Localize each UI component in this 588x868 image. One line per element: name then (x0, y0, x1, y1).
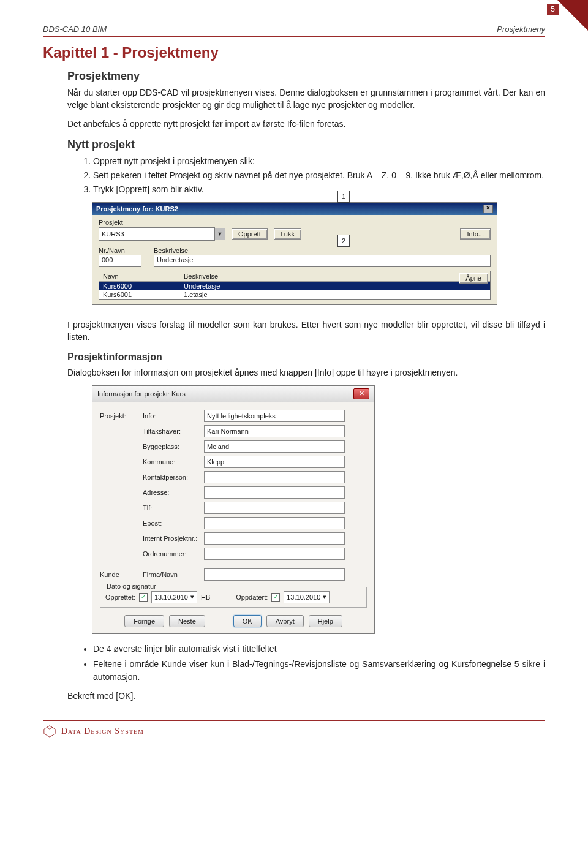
field-label: Kontaktperson: (143, 474, 204, 481)
avbryt-button[interactable]: Avbryt (266, 615, 304, 627)
field-label: Kommune: (143, 458, 204, 466)
section-prosjektinformasjon: Prosjektinformasjon (67, 352, 545, 363)
field-input[interactable]: Kari Normann (204, 425, 345, 437)
chevron-down-icon: ▾ (323, 593, 326, 601)
svg-marker-1 (47, 726, 52, 730)
chapter-title: Kapittel 1 - Prosjektmeny (43, 44, 545, 61)
page-number-corner: 5 (539, 0, 588, 25)
field-input[interactable]: Klepp (204, 456, 345, 468)
info-field-row: Adresse: (100, 486, 367, 499)
forrige-button[interactable]: Forrige (124, 615, 164, 627)
list-item: Opprett nytt prosjekt i prosjektmenyen s… (93, 155, 545, 168)
footer-brand: Data Design System (61, 726, 144, 736)
ok-button[interactable]: OK (233, 615, 262, 627)
oppdatert-label: Oppdatert: (236, 594, 268, 601)
model-list: Navn Beskrivelse Kurs6000 Underetasje Ku… (99, 271, 491, 300)
oppdatert-date[interactable]: 13.10.2010▾ (284, 591, 330, 603)
opprettet-date[interactable]: 13.10.2010▾ (151, 591, 197, 603)
group-title: Dato og signatur (104, 583, 159, 590)
col-navn: Navn (99, 271, 180, 281)
field-input[interactable] (204, 486, 345, 499)
beskrivelse-label: Beskrivelse (154, 247, 491, 254)
info-field-row: Prosjekt:Info:Nytt leilighetskompleks (100, 410, 367, 422)
field-label: Ordrenummer: (143, 550, 204, 557)
field-label: Tiltakshaver: (143, 428, 204, 435)
info-field-row: Tiltakshaver:Kari Normann (100, 425, 367, 437)
neste-button[interactable]: Neste (169, 615, 205, 627)
running-header: DDS-CAD 10 BIM Prosjektmeny (43, 25, 545, 37)
dds-logo-icon (43, 725, 56, 738)
nrnavn-label: Nr./Navn (99, 247, 141, 254)
field-input[interactable] (204, 548, 345, 560)
info-field-row: Kommune:Klepp (100, 456, 367, 468)
info-field-row: Byggeplass:Meland (100, 440, 367, 453)
field-input[interactable] (204, 517, 345, 529)
close-icon[interactable]: ✕ (353, 388, 369, 399)
dialog-title: Prosjektmeny for: KURS2 (96, 205, 178, 213)
kunde-section-label: Kunde (100, 571, 143, 578)
list-item: Feltene i område Kunde viser kun i Blad-… (93, 658, 545, 684)
info-field-row: Epost: (100, 517, 367, 529)
firma-label: Firma/Navn (143, 571, 204, 578)
beskrivelse-input[interactable]: Underetasje (154, 255, 491, 267)
numbered-list: Opprett nytt prosjekt i prosjektmenyen s… (80, 155, 545, 196)
prosjekt-label: Prosjekt (99, 219, 491, 226)
callout-2: 2 (337, 235, 350, 247)
para: Når du starter opp DDS-CAD vil prosjektm… (67, 86, 545, 111)
para: Det anbefales å opprette nytt prosjekt f… (67, 118, 545, 130)
info-button[interactable]: Info... (460, 228, 491, 240)
closing-para: Bekreft med [OK]. (67, 690, 545, 702)
callout-1: 1 (337, 191, 350, 203)
field-input[interactable] (204, 471, 345, 483)
section-prosjektmeny: Prosjektmeny (67, 70, 545, 83)
field-label: Tlf: (143, 504, 204, 511)
field-input[interactable] (204, 502, 345, 514)
lukk-button[interactable]: Lukk (274, 228, 301, 240)
field-input[interactable]: Meland (204, 440, 345, 453)
signature: HB (201, 594, 210, 601)
opprett-button[interactable]: Opprett (232, 228, 268, 240)
info-field-row: Internt Prosjektnr.: (100, 532, 367, 545)
info-field-row: Tlf: (100, 502, 367, 514)
field-label: Adresse: (143, 489, 204, 496)
prosjekt-input[interactable]: KURS3 (99, 227, 215, 241)
header-left: DDS-CAD 10 BIM (43, 25, 107, 34)
list-item: De 4 øverste linjer blir automatisk vist… (93, 643, 545, 655)
prosjektmeny-dialog: 1 2 Prosjektmeny for: KURS2 × Prosjekt K… (92, 202, 497, 305)
list-item: Trykk [Opprett] som blir aktiv. (93, 183, 545, 196)
hjelp-button[interactable]: Hjelp (309, 615, 342, 627)
table-row[interactable]: Kurs6000 Underetasje (99, 282, 490, 290)
table-row[interactable]: Kurs6001 1.etasje (99, 290, 490, 299)
bullet-list: De 4 øverste linjer blir automatisk vist… (80, 643, 545, 684)
prosjekt-section-label: Prosjekt: (100, 412, 143, 420)
info-field-row: Kontaktperson: (100, 471, 367, 483)
para: I prosjektmenyen vises forslag til model… (67, 319, 545, 344)
field-label: Epost: (143, 519, 204, 527)
opprettet-checkbox[interactable]: ✓ (139, 593, 148, 602)
section-nytt-prosjekt: Nytt prosjekt (67, 138, 545, 151)
para: Dialogboksen for informasjon om prosjekt… (67, 366, 545, 379)
firma-input[interactable] (204, 568, 345, 581)
oppdatert-checkbox[interactable]: ✓ (271, 593, 280, 602)
field-label: Internt Prosjektnr.: (143, 535, 204, 542)
info-field-row: Ordrenummer: (100, 548, 367, 560)
prosjektinfo-dialog: Informasjon for prosjekt: Kurs ✕ Prosjek… (92, 385, 375, 634)
list-item: Sett pekeren i feltet Prosjekt og skriv … (93, 169, 545, 182)
close-icon[interactable]: × (483, 205, 493, 213)
chevron-down-icon: ▾ (190, 593, 194, 601)
dialog-title: Informasjon for prosjekt: Kurs (97, 390, 186, 398)
field-label: Byggeplass: (143, 443, 204, 450)
col-beskrivelse: Beskrivelse (180, 271, 222, 281)
header-right: Prosjektmeny (497, 25, 545, 34)
field-label: Info: (143, 412, 204, 420)
apne-button[interactable]: Åpne (459, 273, 488, 284)
opprettet-label: Opprettet: (105, 594, 135, 601)
footer: Data Design System (43, 720, 545, 738)
chevron-down-icon[interactable]: ▼ (215, 228, 225, 240)
dato-group: Dato og signatur Opprettet: ✓ 13.10.2010… (100, 587, 367, 608)
field-input[interactable]: Nytt leilighetskompleks (204, 410, 345, 422)
field-input[interactable] (204, 532, 345, 545)
nrnavn-input[interactable]: 000 (99, 255, 141, 267)
svg-marker-0 (44, 726, 55, 737)
